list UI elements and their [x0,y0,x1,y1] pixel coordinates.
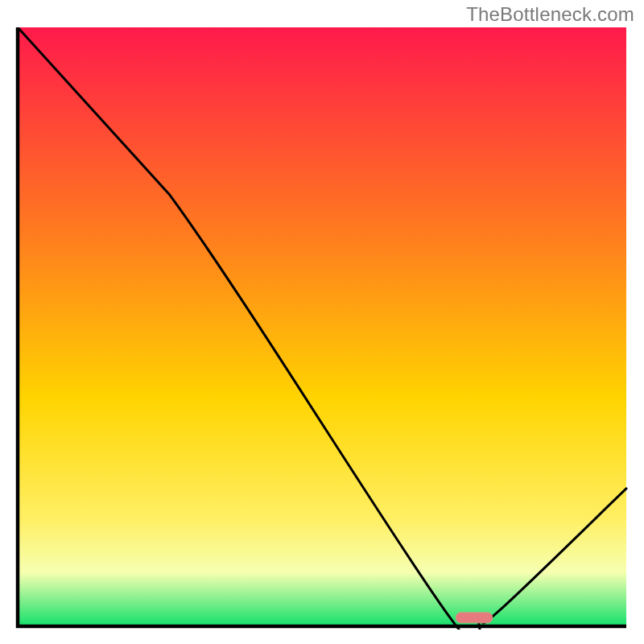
bottleneck-chart [14,27,630,630]
watermark-text: TheBottleneck.com [466,3,634,26]
optimal-marker [456,613,492,623]
plot-area [14,27,630,630]
chart-stage: TheBottleneck.com [0,0,644,644]
gradient-background [18,27,626,626]
